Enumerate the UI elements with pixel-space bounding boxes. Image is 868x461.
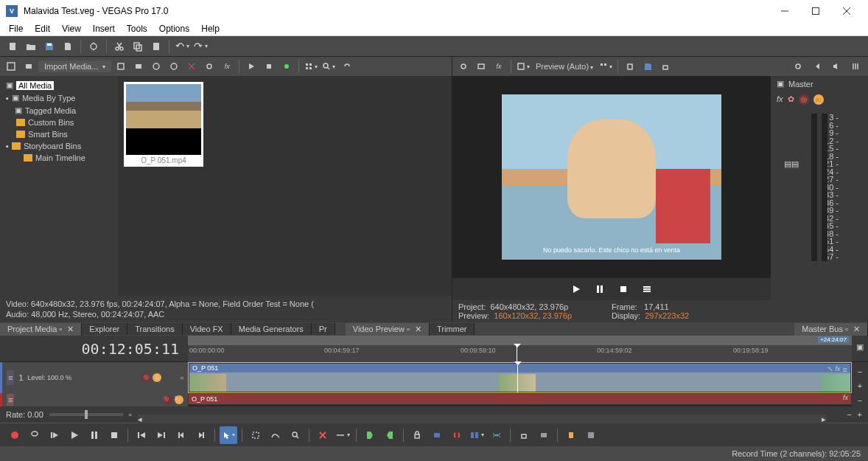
zoom-minus-icon[interactable]: − xyxy=(847,410,851,419)
tab-video-preview[interactable]: Video Preview ▫ ✕ xyxy=(346,323,430,336)
preview-fx-icon[interactable]: fx xyxy=(491,58,507,74)
preview-save-icon[interactable] xyxy=(640,58,656,74)
link-icon[interactable] xyxy=(562,426,580,444)
tab-pin-icon[interactable]: ▫ xyxy=(845,325,848,333)
maximize-button[interactable] xyxy=(800,1,831,21)
audio-track-header[interactable]: ≡ Ⓝ S xyxy=(0,393,188,406)
refresh-icon[interactable] xyxy=(279,58,295,74)
tree-storyboard[interactable]: ▪Storyboard Bins xyxy=(3,140,115,152)
track-remove-icon[interactable]: − xyxy=(852,394,868,406)
meter-mode-icon[interactable]: ▤▤ xyxy=(784,159,799,169)
preview-output-icon[interactable] xyxy=(473,58,489,74)
cut-icon[interactable] xyxy=(111,38,127,55)
next-frame-icon[interactable] xyxy=(192,426,210,444)
render-icon[interactable] xyxy=(60,38,76,55)
event-fx-icon[interactable] xyxy=(582,426,600,444)
timecode-display[interactable]: 00:12:05:11 xyxy=(0,336,188,361)
edit-tool-icon[interactable] xyxy=(220,426,237,444)
media-option1-icon[interactable] xyxy=(113,58,129,74)
tree-by-type[interactable]: ▪▣Media By Type xyxy=(3,91,115,104)
tree-custom-bins[interactable]: Custom Bins xyxy=(3,117,115,128)
playhead[interactable] xyxy=(517,345,517,362)
menu-edit[interactable]: Edit xyxy=(29,22,56,35)
clip-fx-icon[interactable]: fx xyxy=(836,365,841,374)
tab-transitions[interactable]: Transitions xyxy=(127,323,182,335)
tab-close-icon[interactable]: ✕ xyxy=(853,325,860,333)
play-start-icon[interactable] xyxy=(46,426,63,444)
preview-split-icon[interactable] xyxy=(515,58,531,74)
split-icon[interactable] xyxy=(314,426,332,444)
master-gear-icon[interactable]: ✿ xyxy=(788,94,794,105)
menu-help[interactable]: Help xyxy=(195,22,225,35)
preview-settings-icon[interactable] xyxy=(455,58,472,74)
media-option2-icon[interactable] xyxy=(130,58,147,74)
mixer-mute-icon[interactable] xyxy=(828,58,844,74)
preview-pause-icon[interactable] xyxy=(591,280,609,298)
marker-in-icon[interactable] xyxy=(361,426,379,444)
go-end-icon[interactable] xyxy=(153,426,170,444)
lock-icon[interactable] xyxy=(408,426,426,444)
tab-video-fx[interactable]: Video FX xyxy=(183,323,231,335)
tab-explorer[interactable]: Explorer xyxy=(82,323,127,335)
menu-view[interactable]: View xyxy=(56,22,87,35)
track-add-icon[interactable]: + xyxy=(852,380,868,392)
audio-clip[interactable]: O_P 051 fx xyxy=(188,393,852,405)
import-media-button[interactable]: Import Media... xyxy=(38,60,111,72)
tab-close-icon[interactable]: ✕ xyxy=(415,325,421,333)
view-icon[interactable] xyxy=(303,58,319,74)
play-icon[interactable] xyxy=(243,58,259,74)
lock-envelope-icon[interactable] xyxy=(515,426,533,444)
go-start-icon[interactable] xyxy=(133,426,150,444)
track-menu-icon[interactable]: ≡ xyxy=(7,394,14,406)
timeline-tool1-icon[interactable]: ▣ xyxy=(852,339,868,355)
transport-play-icon[interactable] xyxy=(66,426,83,444)
preview-quality-button[interactable]: Preview (Auto) xyxy=(533,62,596,71)
home-icon[interactable] xyxy=(3,58,19,74)
track-max-icon[interactable]: ▫ xyxy=(181,373,183,382)
tab-trimmer[interactable]: Trimmer xyxy=(430,323,475,335)
trim-icon[interactable] xyxy=(334,426,351,444)
tree-tagged[interactable]: ▣Tagged Media xyxy=(3,104,115,117)
track-level[interactable]: Level: 100.0 % xyxy=(28,374,72,381)
preview-play-icon[interactable] xyxy=(567,280,585,298)
snap-icon[interactable] xyxy=(448,426,466,444)
track-menu-icon[interactable]: ≡ xyxy=(7,370,14,385)
tree-root[interactable]: ▣All Media xyxy=(3,79,115,91)
new-icon[interactable] xyxy=(4,38,21,55)
prev-frame-icon[interactable] xyxy=(172,426,190,444)
marker-out-icon[interactable] xyxy=(381,426,399,444)
menu-tools[interactable]: Tools xyxy=(121,22,153,35)
tab-pin-icon[interactable]: ▫ xyxy=(59,325,62,333)
mixer-faders-icon[interactable] xyxy=(847,58,864,74)
quantize-icon[interactable] xyxy=(468,426,486,444)
clip-menu-icon[interactable]: ≡ xyxy=(843,365,847,374)
tab-media-generators[interactable]: Media Generators xyxy=(231,323,312,335)
master-mute-icon[interactable]: Ⓝ xyxy=(799,94,809,105)
auto-ripple-icon[interactable] xyxy=(428,426,446,444)
zoom-tool-icon[interactable] xyxy=(287,426,304,444)
record-icon[interactable] xyxy=(6,426,24,444)
preview-grid-icon[interactable] xyxy=(598,58,614,74)
master-solo-icon[interactable]: S! xyxy=(813,94,824,105)
preview-menu-icon[interactable] xyxy=(638,280,656,298)
menu-insert[interactable]: Insert xyxy=(87,22,121,35)
media-thumbnail[interactable]: O_P 051.mp4 xyxy=(124,82,203,167)
tab-project-media[interactable]: Project Media ▫ ✕ xyxy=(0,323,82,336)
video-track[interactable]: O_P 051 ⤡ fx ≡ xyxy=(188,362,852,393)
tab-close-icon[interactable]: ✕ xyxy=(67,325,74,333)
mixer-settings-icon[interactable] xyxy=(790,58,806,74)
preview-stop-icon[interactable] xyxy=(615,280,632,298)
paste-icon[interactable] xyxy=(148,38,164,55)
close-button[interactable] xyxy=(831,1,862,21)
media-undo-icon[interactable] xyxy=(338,58,354,74)
clip-fx-icon[interactable]: fx xyxy=(843,394,848,401)
video-track-header[interactable]: ≡ 1 Level: 100.0 % Ⓝ S ▫ xyxy=(0,362,188,393)
redo-icon[interactable] xyxy=(192,38,209,55)
timeline-scrollbar[interactable]: ◂ ▸ xyxy=(138,415,826,423)
save-icon[interactable] xyxy=(41,38,57,55)
rate-reset-icon[interactable]: ▫ xyxy=(129,410,132,419)
delete-icon[interactable] xyxy=(183,58,200,74)
master-fx-icon[interactable]: fx xyxy=(777,94,783,105)
mixer-prev-icon[interactable] xyxy=(809,58,825,74)
media-option4-icon[interactable] xyxy=(166,58,182,74)
